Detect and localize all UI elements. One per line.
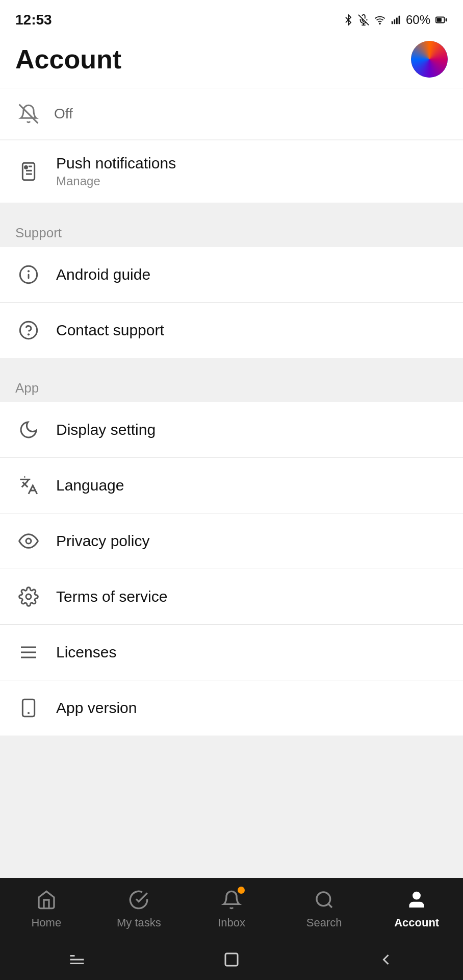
terms-of-service-title: Terms of service xyxy=(56,588,167,605)
system-nav xyxy=(0,939,463,980)
app-version-text-block: App version xyxy=(56,699,137,717)
display-setting-title: Display setting xyxy=(56,421,156,438)
push-notifications-text-block: Push notifications Manage xyxy=(56,155,176,188)
app-version-item[interactable]: App version xyxy=(0,680,463,736)
terms-of-service-item[interactable]: Terms of service xyxy=(0,569,463,625)
svg-point-22 xyxy=(26,538,31,544)
display-setting-item[interactable]: Display setting xyxy=(0,402,463,458)
push-notifications-subtitle: Manage xyxy=(56,174,176,188)
language-text-block: Language xyxy=(56,477,124,494)
back-button[interactable] xyxy=(371,944,401,975)
inbox-nav-icon xyxy=(219,888,244,912)
svg-rect-5 xyxy=(394,19,395,24)
support-section: Support Android guide xyxy=(0,213,463,358)
display-setting-text-block: Display setting xyxy=(56,421,156,438)
page-title: Account xyxy=(15,44,121,75)
svg-rect-4 xyxy=(392,21,393,24)
nav-inbox[interactable]: Inbox xyxy=(185,881,278,936)
bottom-nav: Home My tasks Inbox Search xyxy=(0,878,463,939)
inbox-notification-dot xyxy=(238,887,245,894)
settings-badge-icon xyxy=(15,583,42,610)
app-section: App Display setting xyxy=(0,368,463,736)
android-guide-item[interactable]: Android guide xyxy=(0,247,463,303)
nav-search[interactable]: Search xyxy=(278,881,371,936)
account-nav-icon xyxy=(404,888,429,912)
svg-rect-12 xyxy=(22,163,34,180)
question-circle-icon xyxy=(15,317,42,344)
push-notifications-title: Push notifications xyxy=(56,155,176,172)
translate-icon xyxy=(15,472,42,499)
svg-point-31 xyxy=(414,892,420,899)
home-button[interactable] xyxy=(216,944,247,975)
android-guide-text-block: Android guide xyxy=(56,266,150,283)
app-version-title: App version xyxy=(56,699,137,717)
terms-of-service-text-block: Terms of service xyxy=(56,588,167,605)
my-tasks-nav-icon xyxy=(126,888,151,912)
privacy-policy-text-block: Privacy policy xyxy=(56,532,149,550)
avatar[interactable] xyxy=(411,41,448,78)
push-notifications-icon xyxy=(15,158,42,185)
nav-home[interactable]: Home xyxy=(0,881,93,936)
contact-support-text-block: Contact support xyxy=(56,322,164,339)
app-section-label: App xyxy=(0,368,463,402)
search-nav-icon xyxy=(312,888,337,912)
notifications-card: Push notifications Manage xyxy=(0,140,463,203)
eye-icon xyxy=(15,528,42,554)
status-icons: 60% xyxy=(343,13,448,27)
notifications-off-text: Off xyxy=(54,106,73,122)
moon-icon xyxy=(15,416,42,443)
push-notifications-item[interactable]: Push notifications Manage xyxy=(0,140,463,203)
notifications-section: Push notifications Manage xyxy=(0,140,463,203)
contact-support-item[interactable]: Contact support xyxy=(0,303,463,358)
lines-icon xyxy=(15,639,42,666)
contact-support-title: Contact support xyxy=(56,322,164,339)
svg-rect-6 xyxy=(396,17,398,24)
nav-account[interactable]: Account xyxy=(370,881,463,936)
notifications-off-icon xyxy=(15,101,42,127)
mute-icon xyxy=(358,14,369,26)
battery-icon xyxy=(434,14,448,26)
support-section-label: Support xyxy=(0,213,463,247)
phone-icon xyxy=(15,695,42,721)
support-card: Android guide Contact support xyxy=(0,247,463,358)
search-nav-label: Search xyxy=(306,916,342,929)
svg-line-11 xyxy=(19,105,38,124)
language-title: Language xyxy=(56,477,124,494)
home-nav-icon xyxy=(34,888,59,912)
svg-line-30 xyxy=(328,904,331,908)
bluetooth-icon xyxy=(343,14,354,26)
status-time: 12:53 xyxy=(15,12,52,28)
info-circle-icon xyxy=(15,261,42,288)
home-nav-label: Home xyxy=(31,916,61,929)
svg-point-29 xyxy=(317,892,330,906)
licenses-text-block: Licenses xyxy=(56,644,116,661)
status-bar: 12:53 60% xyxy=(0,0,463,36)
app-card: Display setting Language xyxy=(0,402,463,736)
android-guide-title: Android guide xyxy=(56,266,150,283)
page-header: Account xyxy=(0,36,463,88)
partial-top-item: Off xyxy=(0,88,463,139)
recents-button[interactable] xyxy=(62,944,92,975)
battery-text: 60% xyxy=(406,13,430,27)
inbox-nav-label: Inbox xyxy=(218,916,245,929)
signal-icon xyxy=(391,14,402,26)
wifi-icon xyxy=(373,14,387,26)
svg-rect-10 xyxy=(437,18,442,21)
svg-point-3 xyxy=(379,23,380,24)
svg-point-20 xyxy=(20,322,37,338)
account-nav-label: Account xyxy=(394,916,439,929)
licenses-item[interactable]: Licenses xyxy=(0,625,463,680)
svg-rect-7 xyxy=(399,16,400,24)
licenses-title: Licenses xyxy=(56,644,116,661)
privacy-policy-title: Privacy policy xyxy=(56,532,149,550)
nav-my-tasks[interactable]: My tasks xyxy=(93,881,186,936)
content-area: Off Push notifications Manage xyxy=(0,88,463,838)
svg-point-23 xyxy=(26,594,31,599)
privacy-policy-item[interactable]: Privacy policy xyxy=(0,513,463,569)
svg-rect-35 xyxy=(225,953,238,966)
my-tasks-nav-label: My tasks xyxy=(117,916,161,929)
language-item[interactable]: Language xyxy=(0,458,463,513)
svg-point-13 xyxy=(25,166,28,168)
